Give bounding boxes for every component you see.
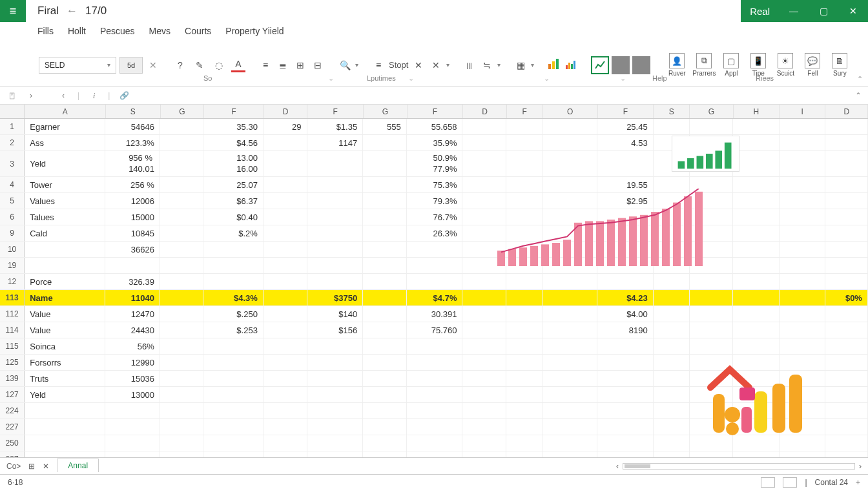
cell[interactable] <box>160 306 204 322</box>
cell[interactable] <box>203 242 263 257</box>
close-small-icon[interactable]: ✕ <box>146 58 160 72</box>
col-header[interactable]: S <box>106 105 161 118</box>
cell[interactable]: 36626 <box>105 242 160 257</box>
cell[interactable] <box>780 290 825 305</box>
cell[interactable] <box>597 435 654 451</box>
cell[interactable] <box>363 193 407 209</box>
cell[interactable] <box>160 290 204 305</box>
cell[interactable] <box>654 119 690 134</box>
cell[interactable] <box>462 290 506 305</box>
menu-hollt[interactable]: Hollt <box>68 26 86 36</box>
cell[interactable] <box>780 225 825 241</box>
cell[interactable] <box>506 306 542 322</box>
cell[interactable] <box>733 225 779 241</box>
menu-pescues[interactable]: Pescues <box>100 26 135 36</box>
cell[interactable] <box>733 338 779 354</box>
cell[interactable] <box>542 403 597 418</box>
x1-icon[interactable]: ✕ <box>411 58 426 72</box>
cell[interactable] <box>264 355 307 370</box>
cell[interactable] <box>654 258 690 273</box>
cell[interactable] <box>462 451 506 457</box>
cell[interactable] <box>780 151 825 176</box>
col-header[interactable]: G <box>161 105 205 118</box>
cell[interactable] <box>160 151 204 176</box>
scroll-left-icon[interactable]: ‹ <box>616 462 619 471</box>
cell[interactable] <box>542 338 597 354</box>
chevron-down-icon[interactable]: ▾ <box>446 61 450 68</box>
cell[interactable] <box>363 274 407 289</box>
cell[interactable] <box>542 419 597 435</box>
cell[interactable]: 25.45 <box>597 119 654 134</box>
prev-icon[interactable]: ‹ <box>58 90 68 101</box>
cell[interactable] <box>690 193 734 209</box>
col-header[interactable]: I <box>780 105 825 118</box>
row-header[interactable]: 112 <box>0 306 25 322</box>
view-page-icon[interactable] <box>783 477 797 488</box>
cell[interactable] <box>407 387 463 402</box>
col-header[interactable]: F <box>507 105 543 118</box>
cell[interactable] <box>462 135 506 150</box>
cell[interactable] <box>407 274 463 289</box>
cell[interactable] <box>25 451 105 457</box>
merge-icon[interactable]: ≡ <box>371 58 386 72</box>
col-header[interactable]: D <box>264 105 308 118</box>
cell[interactable] <box>542 387 597 402</box>
col-header[interactable]: H <box>734 105 780 118</box>
cell[interactable] <box>825 403 868 418</box>
cell[interactable]: 256 % <box>105 177 160 192</box>
cell[interactable] <box>264 193 307 209</box>
cell[interactable] <box>597 258 654 273</box>
cell[interactable] <box>363 290 407 305</box>
cell[interactable] <box>307 435 364 451</box>
cell[interactable] <box>654 274 690 289</box>
cell[interactable]: 12990 <box>105 355 160 370</box>
cell[interactable]: Cald <box>25 225 105 241</box>
cell[interactable] <box>506 151 542 176</box>
cell[interactable] <box>690 242 734 257</box>
cell[interactable] <box>203 387 263 402</box>
cell[interactable] <box>654 338 690 354</box>
ribbon-fell[interactable]: 💬Fell <box>799 53 826 77</box>
cell[interactable]: 8190 <box>597 322 654 338</box>
cell[interactable] <box>363 177 407 192</box>
cell[interactable] <box>264 135 307 150</box>
col-header[interactable]: A <box>25 105 106 118</box>
cell[interactable]: 79.3% <box>407 193 463 209</box>
cell[interactable] <box>825 322 868 338</box>
cell[interactable] <box>160 258 204 273</box>
cell[interactable]: Value <box>25 306 105 322</box>
ribbon-ruver[interactable]: 👤Ruver <box>663 53 690 77</box>
cell[interactable] <box>690 177 734 192</box>
cell[interactable] <box>825 225 868 241</box>
indent-icon[interactable]: ⊞ <box>293 58 307 72</box>
cell[interactable] <box>542 119 597 134</box>
cell[interactable] <box>363 242 407 257</box>
cell[interactable] <box>654 403 690 418</box>
cell[interactable] <box>825 242 868 257</box>
cell[interactable] <box>825 209 868 225</box>
cell[interactable]: 12006 <box>105 193 160 209</box>
cell[interactable] <box>407 338 463 354</box>
sheet-tab-active[interactable]: Annal <box>57 459 99 472</box>
cell[interactable] <box>462 119 506 134</box>
row-header[interactable]: 1 <box>0 119 25 134</box>
cell[interactable] <box>654 306 690 322</box>
cell[interactable] <box>654 451 690 457</box>
cell[interactable] <box>462 177 506 192</box>
cell[interactable] <box>825 371 868 386</box>
row-header[interactable]: 227 <box>0 419 25 435</box>
cell[interactable] <box>203 419 263 435</box>
sheet-close-icon[interactable]: ✕ <box>43 462 49 471</box>
cell[interactable]: 11040 <box>105 290 160 305</box>
horizontal-scrollbar[interactable]: ‹ › <box>616 462 862 471</box>
cell[interactable] <box>307 355 364 370</box>
cell[interactable] <box>733 322 779 338</box>
cell[interactable] <box>105 435 160 451</box>
cell[interactable] <box>542 435 597 451</box>
cell[interactable]: 29 <box>264 119 307 134</box>
cell[interactable]: Porce <box>25 274 105 289</box>
cell[interactable] <box>407 451 463 457</box>
cell[interactable] <box>25 403 105 418</box>
cell[interactable] <box>542 258 597 273</box>
chart-type-gray1[interactable] <box>612 56 630 74</box>
